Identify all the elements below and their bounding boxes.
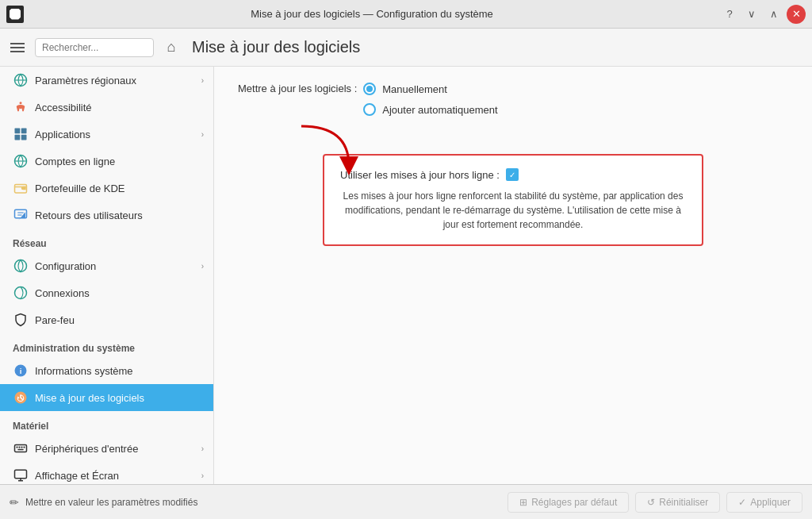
- update-label: Mettre à jour les logiciels :: [238, 83, 357, 94]
- connections-icon: [13, 285, 29, 301]
- sidebar-item-updates[interactable]: Mise à jour des logiciels: [0, 384, 213, 411]
- chevron-icon: ›: [201, 444, 204, 453]
- chevron-icon: ›: [201, 76, 204, 85]
- radio-manual-row[interactable]: Manuellement: [363, 83, 497, 95]
- sidebar-label-regional: Paramètres régionaux: [35, 75, 195, 86]
- reset-label: Réinitialiser: [659, 497, 708, 508]
- maximize-button[interactable]: ∧: [764, 5, 783, 24]
- reset-button[interactable]: ↺ Réinitialiser: [635, 492, 720, 513]
- toolbar: ⌂ Mise à jour des logiciels: [0, 29, 812, 67]
- offline-box-description: Les mises à jour hors ligne renforcent l…: [340, 189, 686, 232]
- sidebar-label-updates: Mise à jour des logiciels: [35, 392, 204, 404]
- sidebar-item-online[interactable]: Comptes en ligne: [0, 148, 213, 175]
- main-layout: Paramètres régionaux › Accessibilité App…: [0, 67, 812, 484]
- sidebar-label-parefeu: Pare-feu: [35, 314, 204, 326]
- apply-label: Appliquer: [750, 497, 791, 508]
- chevron-icon: ›: [201, 262, 204, 271]
- display-icon: [13, 467, 29, 483]
- sidebar-item-applications[interactable]: Applications ›: [0, 121, 213, 148]
- arrow-container: [285, 118, 381, 184]
- input-icon: [13, 440, 29, 456]
- radio-auto-label: Ajouter automatiquement: [382, 104, 497, 116]
- sidebar-label-display: Affichage et Écran: [35, 470, 195, 482]
- sidebar-item-display[interactable]: Affichage et Écran ›: [0, 462, 213, 484]
- radio-group: Manuellement Ajouter automatiquement: [363, 83, 497, 116]
- sidebar-label-applications: Applications: [35, 129, 195, 140]
- titlebar: Mise à jour des logiciels — Configuratio…: [0, 0, 812, 29]
- wallet-icon: [13, 180, 29, 196]
- sidebar-item-regional[interactable]: Paramètres régionaux ›: [0, 67, 213, 94]
- page-title: Mise à jour des logiciels: [192, 38, 360, 56]
- apps-icon: [13, 126, 29, 142]
- svg-point-2: [20, 102, 22, 104]
- sidebar-label-wallet: Portefeuille de KDE: [35, 183, 204, 194]
- chevron-icon: ›: [201, 471, 204, 480]
- info-icon: i: [13, 363, 29, 379]
- chevron-icon: ›: [201, 130, 204, 139]
- svg-rect-25: [15, 470, 27, 479]
- sidebar-label-accessibility: Accessibilité: [35, 102, 204, 113]
- svg-rect-5: [15, 135, 21, 140]
- firewall-icon: [13, 312, 29, 328]
- radio-auto[interactable]: [363, 103, 376, 116]
- help-button[interactable]: ?: [720, 5, 739, 24]
- search-input[interactable]: [35, 38, 154, 57]
- reset-icon: ↺: [647, 497, 655, 508]
- svg-text:i: i: [20, 367, 22, 375]
- sidebar-item-feedback[interactable]: Retours des utilisateurs: [0, 202, 213, 229]
- apply-button[interactable]: ✓ Appliquer: [726, 492, 802, 513]
- update-setting: Mettre à jour les logiciels : Manuelleme…: [238, 83, 788, 116]
- sidebar-label-configuration: Configuration: [35, 260, 195, 272]
- defaults-button[interactable]: ⊞ Réglages par défaut: [508, 492, 629, 513]
- network-icon: [13, 258, 29, 274]
- sidebar-label-online: Comptes en ligne: [35, 156, 204, 167]
- svg-rect-6: [21, 135, 27, 140]
- apply-icon: ✓: [738, 497, 746, 508]
- svg-rect-19: [15, 445, 27, 452]
- accessibility-icon: [13, 99, 29, 115]
- sidebar: Paramètres régionaux › Accessibilité App…: [0, 67, 214, 484]
- offline-checkbox[interactable]: [506, 168, 519, 181]
- svg-point-14: [15, 287, 27, 299]
- sidebar-item-accessibility[interactable]: Accessibilité: [0, 94, 213, 121]
- bottombar: ✏ Mettre en valeur les paramètres modifi…: [0, 484, 812, 519]
- feedback-icon: [13, 207, 29, 223]
- updates-icon: [13, 390, 29, 406]
- radio-manual-label: Manuellement: [382, 83, 447, 95]
- sidebar-item-connexions[interactable]: Connexions: [0, 279, 213, 306]
- window-title: Mise à jour des logiciels — Configuratio…: [24, 8, 720, 20]
- sidebar-label-feedback: Retours des utilisateurs: [35, 210, 204, 221]
- red-arrow-svg: [285, 118, 381, 182]
- window-controls: ? ∨ ∧ ✕: [720, 5, 806, 24]
- home-button[interactable]: ⌂: [160, 37, 182, 59]
- minimize-button[interactable]: ∨: [742, 5, 761, 24]
- svg-rect-3: [15, 129, 21, 134]
- sidebar-label-infos: Informations système: [35, 365, 204, 377]
- sidebar-item-wallet[interactable]: Portefeuille de KDE: [0, 175, 213, 202]
- content-area: Mettre à jour les logiciels : Manuelleme…: [214, 67, 812, 484]
- radio-auto-row[interactable]: Ajouter automatiquement: [363, 103, 497, 116]
- status-text: Mettre en valeur les paramètres modifiés: [25, 497, 501, 508]
- defaults-icon: ⊞: [519, 497, 527, 508]
- defaults-label: Réglages par défaut: [531, 497, 617, 508]
- svg-rect-4: [21, 129, 27, 134]
- sidebar-item-parefeu[interactable]: Pare-feu: [0, 306, 213, 333]
- radio-manual[interactable]: [363, 83, 376, 95]
- section-header-reseau: Réseau: [0, 232, 213, 252]
- pencil-icon: ✏: [10, 496, 19, 509]
- sidebar-item-infos[interactable]: i Informations système: [0, 357, 213, 384]
- svg-point-13: [15, 260, 27, 272]
- sidebar-item-input[interactable]: Périphériques d'entrée ›: [0, 435, 213, 462]
- app-logo: [6, 6, 24, 23]
- section-header-materiel: Matériel: [0, 414, 213, 435]
- sidebar-label-connexions: Connexions: [35, 287, 204, 299]
- sidebar-item-configuration[interactable]: Configuration ›: [0, 252, 213, 279]
- section-header-admin: Administration du système: [0, 336, 213, 357]
- offline-box-header: Utiliser les mises à jour hors ligne :: [340, 168, 686, 181]
- sidebar-label-input: Périphériques d'entrée: [35, 443, 195, 455]
- globe-icon: [13, 72, 29, 88]
- box-container: Utiliser les mises à jour hors ligne : L…: [238, 130, 788, 246]
- menu-button[interactable]: [6, 37, 29, 59]
- close-button[interactable]: ✕: [787, 5, 806, 24]
- online-icon: [13, 153, 29, 169]
